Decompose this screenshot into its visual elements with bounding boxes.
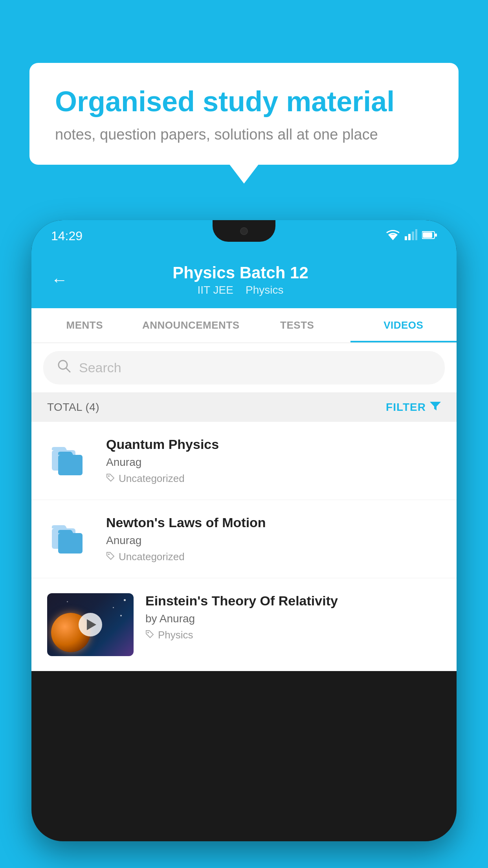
speech-bubble-wrapper: Organised study material notes, question… (29, 63, 459, 165)
video-tag: Uncategorized (106, 551, 441, 563)
svg-rect-12 (58, 455, 83, 475)
video-thumbnail-image (47, 593, 134, 656)
list-item[interactable]: Einstein's Theory Of Relativity by Anura… (31, 578, 457, 671)
battery-icon (422, 230, 437, 242)
video-thumbnail (47, 515, 94, 562)
back-button[interactable]: ← (51, 270, 68, 289)
tag-icon (106, 473, 115, 484)
video-author: Anurag (106, 534, 441, 547)
wifi-icon (386, 229, 400, 243)
video-author: by Anurag (145, 612, 441, 625)
tab-announcements[interactable]: ANNOUNCEMENTS (138, 308, 244, 342)
video-title: Newton's Laws of Motion (106, 515, 441, 530)
video-info: Einstein's Theory Of Relativity by Anura… (145, 593, 441, 641)
tab-ments[interactable]: MENTS (31, 308, 138, 342)
play-triangle-icon (87, 619, 96, 630)
phone-wrapper: 14:29 (31, 220, 457, 868)
tag-icon (106, 552, 115, 563)
total-count-label: TOTAL (4) (47, 401, 99, 414)
video-author: Anurag (106, 456, 441, 469)
speech-bubble-title: Organised study material (55, 85, 433, 118)
phone-notch (213, 220, 275, 242)
video-title: Einstein's Theory Of Relativity (145, 593, 441, 609)
tab-tests[interactable]: TESTS (244, 308, 350, 342)
svg-rect-7 (435, 234, 437, 237)
speech-bubble: Organised study material notes, question… (29, 63, 459, 165)
search-bar[interactable]: Search (43, 351, 445, 384)
tabs-bar: MENTS ANNOUNCEMENTS TESTS VIDEOS (31, 308, 457, 343)
svg-rect-4 (415, 229, 417, 240)
video-info: Newton's Laws of Motion Anurag Uncategor… (106, 515, 441, 563)
video-thumbnail (47, 437, 94, 484)
search-input[interactable]: Search (79, 360, 121, 375)
status-icons (386, 229, 437, 243)
phone-mockup: 14:29 (31, 220, 457, 841)
svg-rect-3 (412, 232, 414, 240)
tag-icon (145, 630, 154, 641)
camera-dot (240, 227, 248, 235)
search-icon (57, 359, 71, 377)
signal-icon (405, 229, 417, 243)
app-header: ← Physics Batch 12 IIT JEE Physics (31, 252, 457, 308)
video-list: Quantum Physics Anurag Uncategorized (31, 422, 457, 671)
svg-line-9 (66, 368, 70, 372)
play-button[interactable] (79, 613, 102, 636)
svg-point-13 (108, 475, 110, 477)
video-tag: Physics (145, 629, 441, 641)
header-title-block: Physics Batch 12 IIT JEE Physics (79, 263, 402, 296)
video-tag: Uncategorized (106, 473, 441, 485)
svg-point-17 (147, 632, 149, 633)
svg-rect-15 (58, 533, 83, 554)
speech-bubble-subtitle: notes, question papers, solutions all at… (55, 126, 433, 143)
tab-videos[interactable]: VIDEOS (350, 308, 457, 342)
header-subtitle: IIT JEE Physics (79, 284, 402, 296)
svg-point-16 (108, 554, 110, 555)
filter-bar: TOTAL (4) FILTER (31, 392, 457, 422)
svg-rect-2 (408, 234, 411, 240)
video-info: Quantum Physics Anurag Uncategorized (106, 437, 441, 485)
list-item[interactable]: Quantum Physics Anurag Uncategorized (31, 422, 457, 500)
filter-icon (430, 400, 441, 414)
svg-rect-1 (405, 236, 407, 240)
status-bar: 14:29 (31, 220, 457, 252)
status-time: 14:29 (51, 229, 83, 243)
video-title: Quantum Physics (106, 437, 441, 452)
svg-marker-0 (388, 235, 398, 240)
search-container: Search (31, 343, 457, 392)
svg-rect-6 (423, 232, 432, 238)
phone-screen: 14:29 (31, 220, 457, 841)
filter-button[interactable]: FILTER (386, 400, 441, 414)
list-item[interactable]: Newton's Laws of Motion Anurag Uncategor… (31, 500, 457, 578)
svg-marker-10 (430, 402, 441, 410)
page-title: Physics Batch 12 (79, 263, 402, 282)
